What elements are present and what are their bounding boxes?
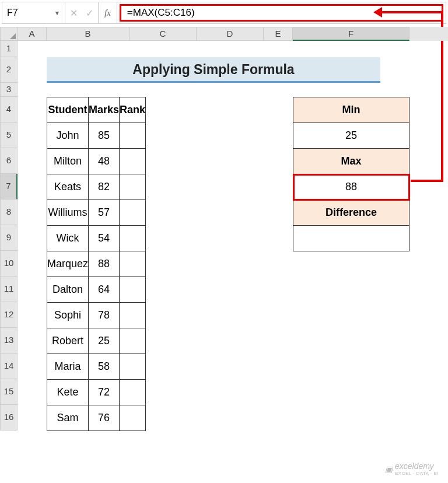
name-box-value: F7 [7,8,18,18]
cell-marks[interactable]: 82 [89,174,120,200]
cell-student[interactable]: Wick [47,226,89,251]
header-marks[interactable]: Marks [89,97,120,123]
table-row: Maria 58 [47,354,146,380]
col-header-C[interactable]: C [130,27,197,41]
fx-label[interactable]: fx [99,2,117,23]
cell-rank[interactable] [120,200,146,226]
watermark: ▣ exceldemy EXCEL · DATA · BI [385,461,439,476]
table-row: Wick 54 [47,226,146,251]
row-header-16[interactable]: 16 [0,405,18,430]
cell-marks[interactable]: 57 [89,200,120,226]
table-row: Keats 82 [47,174,146,200]
cell-student[interactable]: Dalton [47,277,89,303]
watermark-text: exceldemy [395,461,434,471]
row-header-5[interactable]: 5 [0,123,18,148]
cell-student[interactable]: Williums [47,200,89,226]
table-row: Sam 76 [47,405,146,431]
cell-marks[interactable]: 88 [89,251,120,277]
cell-student[interactable]: Robert [47,328,89,354]
row-header-9[interactable]: 9 [0,225,18,251]
enter-icon[interactable]: ✓ [86,8,93,19]
cell-marks[interactable]: 64 [89,277,120,303]
cell-student[interactable]: Kete [47,380,89,405]
watermark-icon: ▣ [385,464,393,474]
cell-marks[interactable]: 54 [89,226,120,251]
table-header-row: Student Marks Rank [47,97,146,123]
cell-student[interactable]: John [47,123,89,149]
row-header-6[interactable]: 6 [0,148,18,174]
cell-rank[interactable] [120,277,146,303]
cell-marks[interactable]: 76 [89,405,120,431]
header-student[interactable]: Student [47,97,89,123]
row-header-10[interactable]: 10 [0,251,18,276]
column-headers: A B C D E F [0,27,448,41]
cell-student[interactable]: Milton [47,149,89,174]
callout-line [376,11,443,13]
min-value[interactable]: 25 [293,123,410,149]
student-table: Student Marks Rank John 85 Milton 48 Kea… [47,97,146,431]
name-box-dropdown-icon[interactable]: ▼ [54,10,60,16]
row-header-8[interactable]: 8 [0,200,18,225]
table-row: Kete 72 [47,380,146,405]
table-row: Robert 25 [47,328,146,354]
name-box[interactable]: F7 ▼ [2,2,65,23]
table-row: Williums 57 [47,200,146,226]
select-all-corner[interactable] [0,27,18,41]
row-headers: 1 2 3 4 5 6 7 8 9 10 11 12 13 14 15 16 [0,41,18,430]
table-row: Sophi 78 [47,303,146,328]
table-row: Milton 48 [47,149,146,174]
row-header-4[interactable]: 4 [0,97,18,123]
formula-buttons: ✕ ✓ [65,2,99,23]
cell-rank[interactable] [120,226,146,251]
max-value[interactable]: 88 [293,174,410,200]
cell-student[interactable]: Marquez [47,251,89,277]
row-header-1[interactable]: 1 [0,41,18,57]
cancel-icon[interactable]: ✕ [70,8,78,19]
header-rank[interactable]: Rank [120,97,146,123]
cell-student[interactable]: Sam [47,405,89,431]
cell-rank[interactable] [120,354,146,380]
row-header-2[interactable]: 2 [0,57,18,83]
row-header-14[interactable]: 14 [0,354,18,379]
col-header-F[interactable]: F [293,27,410,41]
table-row: Dalton 64 [47,277,146,303]
row-header-15[interactable]: 15 [0,379,18,405]
difference-value[interactable] [293,226,410,251]
row-header-11[interactable]: 11 [0,276,18,302]
cell-rank[interactable] [120,405,146,431]
summary-table: Min 25 Max 88 Difference [293,97,410,251]
cell-marks[interactable]: 78 [89,303,120,328]
cell-rank[interactable] [120,149,146,174]
table-row: John 85 [47,123,146,149]
col-header-A[interactable]: A [18,27,47,41]
cell-rank[interactable] [120,380,146,405]
title-cell[interactable]: Applying Simple Formula [47,57,380,83]
cell-marks[interactable]: 25 [89,328,120,354]
row-header-7[interactable]: 7 [0,174,18,200]
watermark-subtext: EXCEL · DATA · BI [395,471,439,476]
cell-marks[interactable]: 48 [89,149,120,174]
cell-rank[interactable] [120,174,146,200]
min-label[interactable]: Min [293,97,410,123]
cell-marks[interactable]: 85 [89,123,120,149]
cell-rank[interactable] [120,123,146,149]
cell-rank[interactable] [120,303,146,328]
cell-marks[interactable]: 58 [89,354,120,380]
spreadsheet-grid: A B C D E F 1 2 3 4 5 6 7 8 9 10 11 12 1… [0,27,448,483]
row-header-3[interactable]: 3 [0,83,18,97]
col-header-E[interactable]: E [264,27,293,41]
cell-student[interactable]: Sophi [47,303,89,328]
cell-student[interactable]: Keats [47,174,89,200]
difference-label[interactable]: Difference [293,200,410,226]
row-header-13[interactable]: 13 [0,328,18,354]
col-header-D[interactable]: D [197,27,264,41]
cell-marks[interactable]: 72 [89,380,120,405]
col-header-B[interactable]: B [47,27,130,41]
row-header-12[interactable]: 12 [0,302,18,328]
cell-rank[interactable] [120,251,146,277]
cell-student[interactable]: Maria [47,354,89,380]
table-row: Marquez 88 [47,251,146,277]
cell-rank[interactable] [120,328,146,354]
max-label[interactable]: Max [293,149,410,174]
